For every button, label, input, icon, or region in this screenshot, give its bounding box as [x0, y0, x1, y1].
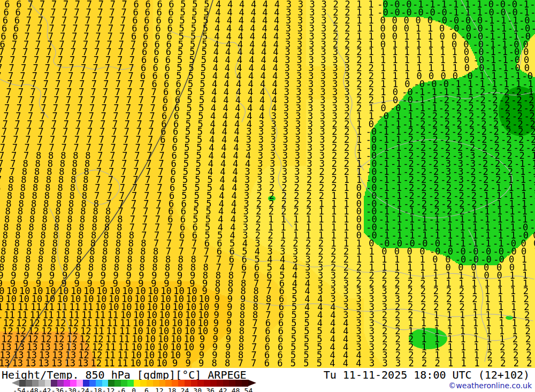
- colorbar-band: [19, 380, 26, 387]
- colorbar-band: [83, 380, 89, 387]
- colorbar-tick: 24: [181, 387, 189, 392]
- weather-map: [0, 0, 535, 368]
- colorbar-band: [57, 380, 64, 387]
- colorbar-tick: 12: [155, 387, 164, 392]
- temperature-colorbar: [12, 380, 256, 387]
- colorbar-tick: -18: [89, 387, 102, 392]
- colorbar-band: [26, 380, 32, 387]
- colorbar-band: [172, 380, 178, 387]
- colorbar-band: [165, 380, 172, 387]
- colorbar-arrow-left: [12, 380, 19, 386]
- colorbar-band: [127, 380, 134, 387]
- colorbar-band: [32, 380, 39, 387]
- colorbar-band: [114, 380, 121, 387]
- colorbar-tick: -36: [51, 387, 64, 392]
- colorbar-band: [242, 380, 248, 387]
- colorbar-tick: 42: [219, 387, 227, 392]
- colorbar-band: [108, 380, 114, 387]
- colorbar-band: [89, 380, 96, 387]
- colorbar-tick: 48: [232, 387, 240, 392]
- colorbar-tick: 54: [244, 387, 253, 392]
- weather-map-page: Height/Temp. 850 hPa [gdmp][°C] ARPEGE T…: [0, 0, 535, 392]
- colorbar-band: [204, 380, 210, 387]
- colorbar-band: [134, 380, 140, 387]
- colorbar-tick: -30: [64, 387, 76, 392]
- colorbar-tick: -24: [77, 387, 89, 392]
- colorbar-arrow-right: [248, 380, 256, 386]
- footer: Height/Temp. 850 hPa [gdmp][°C] ARPEGE T…: [0, 368, 535, 392]
- colorbar-tick: -48: [26, 387, 38, 392]
- colorbar-band: [153, 380, 159, 387]
- colorbar-tick: -12: [102, 387, 114, 392]
- colorbar-band: [96, 380, 102, 387]
- colorbar-band: [191, 380, 197, 387]
- colorbar-band: [229, 380, 235, 387]
- colorbar-band: [39, 380, 45, 387]
- colorbar-band: [210, 380, 217, 387]
- colorbar-tick: 0: [132, 387, 136, 392]
- colorbar-band: [77, 380, 83, 387]
- colorbar-band: [64, 380, 70, 387]
- colorbar-band: [223, 380, 230, 387]
- colorbar-band: [121, 380, 127, 387]
- colorbar-band: [140, 380, 147, 387]
- colorbar-tick: 30: [193, 387, 202, 392]
- colorbar-tick: 18: [168, 387, 177, 392]
- colorbar-band: [147, 380, 153, 387]
- colorbar-tick: -42: [39, 387, 51, 392]
- colorbar-band: [159, 380, 166, 387]
- colorbar-tick: -54: [13, 387, 25, 392]
- colorbar-band: [45, 380, 51, 387]
- colorbar-band: [70, 380, 77, 387]
- colorbar-band: [217, 380, 223, 387]
- colorbar-band: [185, 380, 191, 387]
- colorbar-band: [178, 380, 185, 387]
- colorbar-tick: 36: [206, 387, 215, 392]
- copyright-link[interactable]: ©weatheronline.co.uk: [448, 381, 532, 390]
- map-datetime: Tu 11-11-2025 18:00 UTC (12+102): [324, 368, 530, 381]
- colorbar-tick: -6: [117, 387, 126, 392]
- colorbar-band: [197, 380, 204, 387]
- colorbar-band: [235, 380, 242, 387]
- colorbar-band: [102, 380, 109, 387]
- colorbar-band: [51, 380, 57, 387]
- colorbar-tick: 6: [144, 387, 149, 392]
